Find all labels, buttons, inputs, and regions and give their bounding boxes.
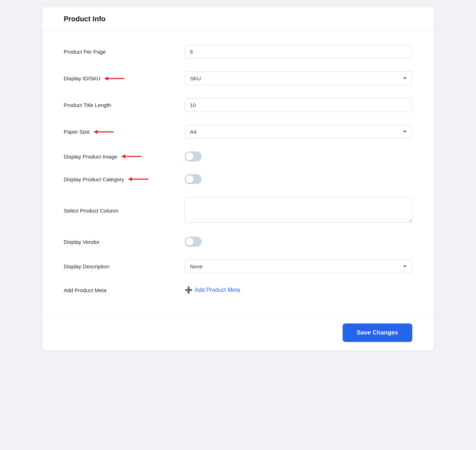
label-paper-size: Paper Size: [64, 129, 185, 135]
label-product-per-page: Product Per Page: [64, 49, 185, 55]
label-display-product-category: Display Product Category: [64, 176, 185, 182]
label-display-id-sku: Display ID/SKU: [64, 75, 185, 82]
control-product-per-page: [185, 45, 412, 59]
toggle-slider-display-vendor: [185, 237, 202, 247]
page-footer: Save Changes: [42, 315, 434, 350]
control-display-id-sku: SKU ID None: [185, 71, 412, 85]
toggle-slider-display-product-image: [185, 151, 202, 161]
select-display-description[interactable]: None Short Full: [185, 259, 412, 273]
select-paper-size[interactable]: A4 Letter Legal: [185, 125, 412, 139]
row-paper-size: Paper Size A4 Letter Legal: [64, 118, 412, 145]
control-display-product-category: [185, 174, 412, 184]
label-add-product-meta: Add Product Meta: [64, 287, 185, 293]
row-display-id-sku: Display ID/SKU SKU ID None: [64, 65, 412, 92]
control-select-product-column: [185, 197, 412, 224]
label-display-vendor: Display Vendor: [64, 239, 185, 245]
textarea-select-product-column[interactable]: [185, 197, 412, 223]
label-display-product-image: Display Product Image: [64, 153, 185, 160]
row-product-title-length: Product Title Length: [64, 92, 412, 118]
control-product-title-length: [185, 98, 412, 112]
row-product-per-page: Product Per Page: [64, 38, 412, 65]
toggle-display-vendor[interactable]: [185, 237, 202, 247]
row-display-product-category: Display Product Category: [64, 168, 412, 191]
arrow-display-product-image: [121, 153, 142, 160]
svg-marker-7: [128, 177, 132, 181]
row-add-product-meta: Add Product Meta ➕ Add Product Meta: [64, 280, 412, 300]
control-add-product-meta: ➕ Add Product Meta: [185, 286, 412, 294]
add-meta-plus-icon: ➕: [185, 286, 192, 294]
svg-marker-3: [94, 130, 97, 134]
page-header: Product Info: [42, 7, 434, 31]
arrow-display-id-sku: [104, 75, 125, 82]
form-section: Product Per Page Display ID/SKU SKU: [42, 31, 434, 315]
control-display-product-image: [185, 151, 412, 161]
input-product-title-length[interactable]: [185, 98, 412, 112]
select-display-id-sku[interactable]: SKU ID None: [185, 71, 412, 85]
toggle-slider-display-product-category: [185, 174, 202, 184]
input-product-per-page[interactable]: [185, 45, 412, 59]
label-product-title-length: Product Title Length: [64, 102, 185, 108]
row-display-vendor: Display Vendor: [64, 230, 412, 253]
arrow-display-product-category: [128, 176, 149, 182]
control-display-vendor: [185, 237, 412, 247]
label-display-description: Display Description: [64, 263, 185, 269]
save-changes-button[interactable]: Save Changes: [343, 323, 412, 342]
page-container: Product Info Product Per Page Display ID…: [42, 7, 434, 350]
svg-marker-5: [122, 154, 125, 159]
row-select-product-column: Select Product Column: [64, 191, 412, 230]
label-select-product-column: Select Product Column: [64, 208, 185, 214]
toggle-display-product-image[interactable]: [185, 151, 202, 161]
row-display-description: Display Description None Short Full: [64, 253, 412, 280]
arrow-paper-size: [93, 129, 115, 135]
control-paper-size: A4 Letter Legal: [185, 125, 412, 139]
add-meta-link-text: Add Product Meta: [195, 287, 240, 293]
toggle-display-product-category[interactable]: [185, 174, 202, 184]
row-display-product-image: Display Product Image: [64, 145, 412, 168]
add-product-meta-link[interactable]: ➕ Add Product Meta: [185, 286, 240, 294]
page-title: Product Info: [64, 15, 412, 23]
control-display-description: None Short Full: [185, 259, 412, 273]
svg-marker-1: [105, 76, 108, 81]
